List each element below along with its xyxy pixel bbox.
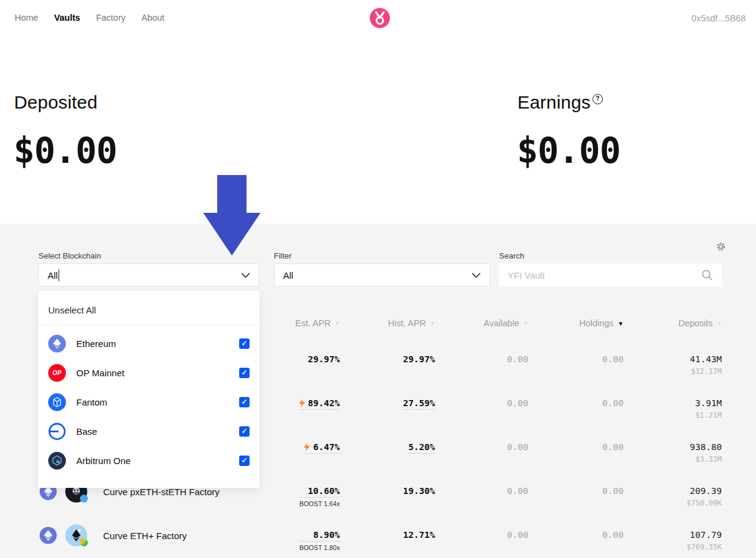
dropdown-item-fantom[interactable]: Fantom ✓ <box>38 387 259 417</box>
deposits-cell: 41.43M $12.17M <box>690 354 722 376</box>
sub-token-dot-icon <box>80 538 88 546</box>
checkbox-op-mainnet[interactable]: ✓ <box>239 368 250 378</box>
deposits-value: 107.79 <box>686 530 722 540</box>
help-icon[interactable]: ? <box>592 94 603 104</box>
est-apr-value: 8.90% <box>300 530 340 542</box>
boost-label: BOOST 1.80x <box>300 544 340 551</box>
search-label: Search <box>499 251 524 260</box>
holdings-value: 0.00 <box>602 442 624 452</box>
vault-name-cell: Curve ETH+ Factory <box>40 524 187 546</box>
deposits-value: 938.80 <box>690 442 722 452</box>
top-nav: Home Vaults Factory About 0x5sdf...5B68 <box>0 0 756 37</box>
sort-triangle-icon: ▼ <box>430 321 435 326</box>
holdings-value: 0.00 <box>602 398 624 408</box>
est-apr-cell: 10.60% BOOST 1.64x <box>300 486 340 507</box>
divider <box>38 324 259 325</box>
checkbox-ethereum[interactable]: ✓ <box>239 338 250 349</box>
column-header-deposits[interactable]: Deposits▼ <box>679 318 722 328</box>
dropdown-item-ethereum[interactable]: Ethereum ✓ <box>38 329 259 358</box>
text-caret <box>59 270 59 281</box>
deposits-usd: $769.35K <box>686 543 722 551</box>
available-value: 0.00 <box>507 486 528 496</box>
sort-triangle-icon: ▼ <box>335 321 340 326</box>
nav-item-home[interactable]: Home <box>15 13 38 23</box>
sort-triangle-icon: ▼ <box>618 320 624 327</box>
deposits-cell: 938.80 $3.33M <box>690 442 722 463</box>
chevron-down-icon <box>472 273 481 278</box>
deposits-usd: $12.17M <box>690 367 722 376</box>
search-input[interactable] <box>508 270 702 281</box>
est-apr-cell: 8.90% BOOST 1.80x <box>300 530 340 551</box>
hist-apr-value: 29.97% <box>403 354 435 364</box>
deposits-cell: 209.39 $750.09K <box>686 486 722 507</box>
boost-bolt-icon <box>299 399 305 407</box>
checkbox-arbitrum-one[interactable]: ✓ <box>239 456 250 466</box>
chevron-down-icon <box>241 273 250 278</box>
nav-item-vaults[interactable]: Vaults <box>54 13 81 23</box>
hist-apr-value: 5.20% <box>408 442 435 454</box>
deposits-cell: 107.79 $769.35K <box>686 530 722 551</box>
sub-token-dot-icon <box>80 495 88 503</box>
filter-select-value: All <box>283 270 293 281</box>
deposits-cell: 3.91M $1.21M <box>695 398 722 420</box>
dropdown-item-arbitrum-one[interactable]: Arbitrum One ✓ <box>38 446 259 475</box>
blockchain-select-value: All <box>48 270 58 281</box>
boost-label: BOOST 1.64x <box>300 500 340 507</box>
wallet-address[interactable]: 0x5sdf...5B68 <box>691 13 746 23</box>
nav-item-about[interactable]: About <box>142 13 165 23</box>
available-value: 0.00 <box>507 530 528 540</box>
deposits-usd: $1.21M <box>695 411 722 420</box>
sort-triangle-icon: ▼ <box>717 321 722 326</box>
vault-row[interactable]: Curve ETH+ Factory 8.90% BOOST 1.80x 12.… <box>0 513 756 557</box>
est-apr-value: 29.97% <box>308 354 340 364</box>
column-header-available[interactable]: Available▼ <box>483 318 528 328</box>
arbitrum-icon <box>48 452 66 470</box>
blockchain-dropdown: Unselect All Ethereum ✓ OP OP Mainnet ✓ … <box>38 291 259 488</box>
yearn-logo-icon[interactable] <box>370 8 390 28</box>
filter-select-label: Filter <box>274 251 292 260</box>
column-header-hist-apr[interactable]: Hist. APR▼ <box>388 318 435 328</box>
fantom-icon <box>48 393 66 411</box>
available-value: 0.00 <box>507 442 528 452</box>
base-icon <box>48 423 66 440</box>
hist-apr-value: 12.71% <box>403 530 435 540</box>
hist-apr-value: 19.30% <box>403 486 435 496</box>
column-header-est-apr[interactable]: Est. APR▼ <box>295 318 340 328</box>
checkbox-base[interactable]: ✓ <box>239 426 250 437</box>
optimism-icon: OP <box>48 364 66 382</box>
checkbox-fantom[interactable]: ✓ <box>239 397 250 407</box>
dropdown-item-op-mainnet[interactable]: OP OP Mainnet ✓ <box>38 358 259 387</box>
deposits-value: 3.91M <box>695 398 722 408</box>
nav-item-factory[interactable]: Factory <box>96 13 125 23</box>
dropdown-item-base[interactable]: Base ✓ <box>38 417 259 446</box>
available-value: 0.00 <box>507 398 528 408</box>
deposited-label: Deposited <box>14 92 98 113</box>
unselect-all-button[interactable]: Unselect All <box>38 291 259 324</box>
sort-triangle-icon: ▼ <box>524 321 528 326</box>
deposits-value: 41.43M <box>690 354 722 364</box>
vault-name: Curve pxETH-stETH Factory <box>103 487 220 497</box>
earnings-value: $0.00 <box>517 130 621 171</box>
est-apr-value: 89.42% <box>299 398 340 410</box>
ethereum-icon <box>48 335 66 352</box>
deposits-usd: $750.09K <box>686 499 722 507</box>
deposited-value: $0.00 <box>13 130 117 171</box>
search-icon <box>702 270 713 281</box>
nav-items: Home Vaults Factory About <box>15 13 165 23</box>
available-value: 0.00 <box>507 354 528 364</box>
est-apr-value: 6.47% <box>304 442 340 454</box>
column-header-holdings[interactable]: Holdings▼ <box>579 318 624 328</box>
token-icon <box>65 524 87 546</box>
filter-select[interactable]: All <box>274 263 490 287</box>
annotation-arrow-down-icon <box>203 175 261 256</box>
blockchain-select-label: Select Blockchain <box>38 251 101 260</box>
boost-bolt-icon <box>304 443 310 451</box>
holdings-value: 0.00 <box>602 530 624 540</box>
search-field <box>499 263 722 287</box>
earnings-label: Earnings? <box>517 92 601 113</box>
vault-name: Curve ETH+ Factory <box>103 531 187 541</box>
holdings-value: 0.00 <box>602 354 624 364</box>
blockchain-select[interactable]: All <box>38 263 259 287</box>
settings-gear-icon[interactable] <box>716 241 726 252</box>
holdings-value: 0.00 <box>602 486 624 496</box>
